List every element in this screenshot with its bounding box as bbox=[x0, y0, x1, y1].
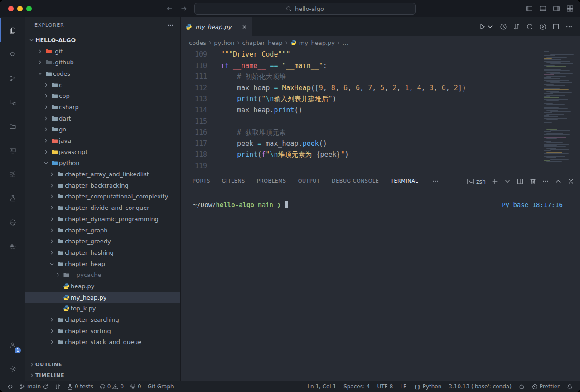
activity-item-settings[interactable] bbox=[0, 357, 25, 381]
tree-item-my_heappy[interactable]: my_heap.py bbox=[25, 292, 180, 303]
tree-item-chapter_hashing[interactable]: chapter_hashing bbox=[25, 247, 180, 258]
tree-item-top_kpy[interactable]: top_k.py bbox=[25, 303, 180, 315]
activity-item-project-manager[interactable] bbox=[0, 114, 25, 138]
panel-tab-debug-console[interactable]: DEBUG CONSOLE bbox=[332, 172, 379, 190]
status-encoding[interactable]: UTF-8 bbox=[374, 381, 396, 392]
layout-right-icon[interactable] bbox=[553, 5, 560, 12]
tree-item-chapter_searching[interactable]: chapter_searching bbox=[25, 314, 180, 325]
tree-item-javascript[interactable]: javascript bbox=[25, 146, 180, 158]
panel-tab-ports[interactable]: PORTS bbox=[193, 172, 210, 190]
activity-item-docker[interactable] bbox=[0, 234, 25, 258]
status-git-graph[interactable]: Git Graph bbox=[145, 381, 177, 392]
status-ports-status[interactable]: 0 bbox=[127, 381, 144, 392]
more-actions-icon[interactable] bbox=[566, 23, 573, 30]
tree-item-chapter_greedy[interactable]: chapter_greedy bbox=[25, 236, 180, 247]
status-remote-indicator[interactable] bbox=[5, 381, 16, 392]
panel-tab-gitlens[interactable]: GITLENS bbox=[222, 172, 245, 190]
status-notifications[interactable] bbox=[564, 381, 575, 392]
activity-item-remote-explorer[interactable] bbox=[0, 138, 25, 162]
split-editor-icon[interactable] bbox=[552, 23, 560, 30]
tree-item-python[interactable]: python bbox=[25, 158, 180, 169]
tree-item-go[interactable]: go bbox=[25, 124, 180, 136]
kill-terminal[interactable] bbox=[529, 178, 536, 185]
tree-item-git[interactable]: .git bbox=[25, 46, 180, 57]
ellipsis-icon[interactable] bbox=[432, 178, 439, 185]
tree-item-chapter_graph[interactable]: chapter_graph bbox=[25, 225, 180, 236]
code-editor[interactable]: 109"""Driver Code"""110if __name__ == "_… bbox=[181, 49, 580, 172]
panel-tab-problems[interactable]: PROBLEMS bbox=[257, 172, 286, 190]
command-center-search[interactable]: hello-algo bbox=[194, 3, 416, 15]
close-panel[interactable] bbox=[567, 178, 575, 185]
timeline-section[interactable]: TIMELINE bbox=[25, 370, 180, 381]
tree-item-github[interactable]: .github bbox=[25, 57, 180, 68]
activity-item-source-control[interactable] bbox=[0, 66, 25, 90]
tree-item-chapter_dynamic_programming[interactable]: chapter_dynamic_programming bbox=[25, 213, 180, 225]
activity-item-accounts[interactable]: 1 bbox=[0, 333, 25, 357]
tree-item-chapter_backtracking[interactable]: chapter_backtracking bbox=[25, 180, 180, 191]
tree-item-cpp[interactable]: cpp bbox=[25, 90, 180, 102]
status-indentation[interactable]: Spaces: 4 bbox=[341, 381, 372, 392]
activity-item-search[interactable] bbox=[0, 42, 25, 66]
tree-item-heappy[interactable]: heap.py bbox=[25, 281, 180, 292]
tree-item-csharp[interactable]: csharp bbox=[25, 102, 180, 113]
launch-profile[interactable] bbox=[504, 178, 511, 185]
status-python-interpreter[interactable]: 3.10.13 ('base': conda) bbox=[446, 381, 514, 392]
tree-item-chapter_array_and_linkedlist[interactable]: chapter_array_and_linkedlist bbox=[25, 169, 180, 180]
explorer-more-actions-icon[interactable] bbox=[167, 22, 174, 29]
outline-section[interactable]: OUTLINE bbox=[25, 359, 180, 370]
back-arrow-icon[interactable] bbox=[166, 5, 173, 12]
tree-item-c[interactable]: c bbox=[25, 79, 180, 91]
minimap[interactable] bbox=[542, 51, 575, 163]
breadcrumb-item[interactable]: my_heap.py bbox=[290, 39, 335, 46]
panel-tab-output[interactable]: OUTPUT bbox=[298, 172, 320, 190]
layout-left-icon[interactable] bbox=[526, 5, 533, 12]
run-history-icon[interactable] bbox=[500, 23, 507, 30]
status-test-status[interactable]: 0 tests bbox=[64, 381, 96, 392]
interactive-window-icon[interactable] bbox=[539, 23, 546, 30]
breadcrumb-item[interactable]: chapter_heap bbox=[242, 39, 283, 46]
tree-item-java[interactable]: java bbox=[25, 135, 180, 146]
split-terminal[interactable] bbox=[517, 178, 524, 185]
zoom-window-button[interactable] bbox=[26, 6, 32, 11]
new-terminal[interactable] bbox=[491, 178, 498, 185]
status-prettier-status[interactable]: Prettier bbox=[529, 381, 562, 392]
tree-item-chapter_divide_and_conquer[interactable]: chapter_divide_and_conquer bbox=[25, 202, 180, 213]
layout-bottom-icon[interactable] bbox=[539, 5, 546, 12]
activity-item-extensions[interactable] bbox=[0, 162, 25, 186]
tree-item-chapter_heap[interactable]: chapter_heap bbox=[25, 258, 180, 270]
layout-grid-icon[interactable] bbox=[566, 5, 574, 12]
breadcrumb-item[interactable]: python bbox=[214, 39, 234, 46]
compare-changes-icon[interactable] bbox=[513, 23, 520, 30]
tree-item-codes[interactable]: codes bbox=[25, 68, 180, 79]
close-tab-icon[interactable] bbox=[242, 24, 247, 30]
terminal-profile[interactable]: zsh bbox=[467, 178, 486, 185]
tree-item-__pycache__[interactable]: __pycache__ bbox=[25, 269, 180, 281]
more-actions[interactable] bbox=[542, 178, 549, 185]
forward-arrow-icon[interactable] bbox=[180, 5, 188, 12]
status-language-mode[interactable]: {}Python bbox=[411, 381, 444, 392]
tree-item-chapter_computational_complexity[interactable]: chapter_computational_complexity bbox=[25, 191, 180, 203]
tree-root-hello-algo[interactable]: HELLO-ALGO bbox=[25, 34, 180, 46]
tree-item-chapter_stack_and_queue[interactable]: chapter_stack_and_queue bbox=[25, 337, 180, 348]
status-git-branch-status[interactable]: main bbox=[17, 381, 51, 392]
activity-item-run-debug[interactable] bbox=[0, 90, 25, 114]
activity-item-testing[interactable] bbox=[0, 186, 25, 210]
status-problems-status[interactable]: 00 bbox=[97, 381, 126, 392]
terminal[interactable]: ~/Dow/hello-algo main ❯ Py base 18:17:16 bbox=[181, 190, 580, 381]
breadcrumb-item[interactable]: codes bbox=[189, 39, 206, 46]
status-gitlens-compare[interactable] bbox=[52, 381, 63, 392]
breadcrumb-item[interactable]: … bbox=[343, 39, 348, 46]
restart-icon[interactable] bbox=[526, 23, 533, 30]
maximize-panel[interactable] bbox=[555, 178, 562, 185]
run-button[interactable] bbox=[478, 23, 494, 30]
close-window-button[interactable] bbox=[8, 6, 14, 11]
tree-item-dart[interactable]: dart bbox=[25, 113, 180, 124]
tab-my-heap-py[interactable]: my_heap.py bbox=[181, 17, 252, 36]
status-cursor-position[interactable]: Ln 1, Col 1 bbox=[304, 381, 339, 392]
tree-item-chapter_sorting[interactable]: chapter_sorting bbox=[25, 325, 180, 337]
status-eol[interactable]: LF bbox=[397, 381, 409, 392]
status-extension-status[interactable] bbox=[516, 381, 527, 392]
panel-tab-terminal[interactable]: TERMINAL bbox=[391, 172, 418, 190]
activity-item-github[interactable] bbox=[0, 210, 25, 234]
minimize-window-button[interactable] bbox=[17, 6, 23, 11]
